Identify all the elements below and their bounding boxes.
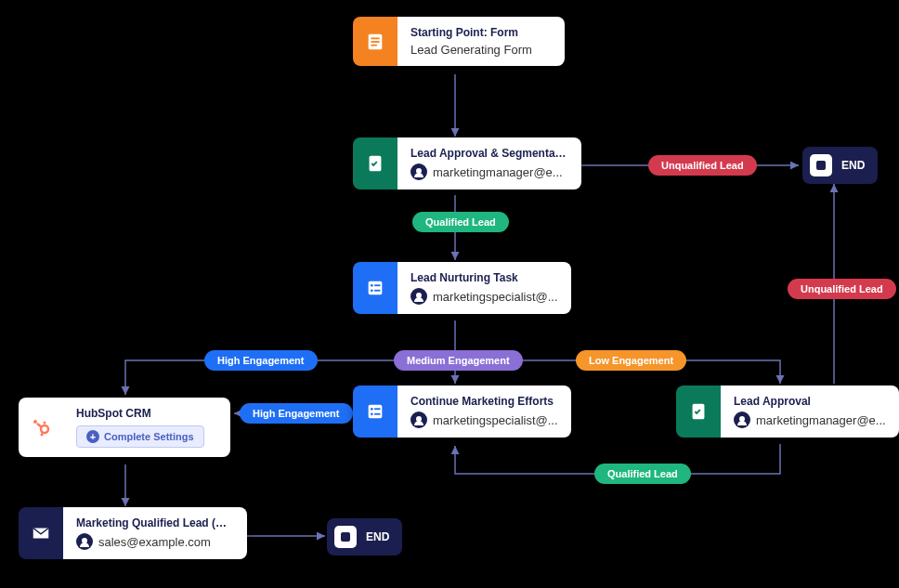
svg-point-6 <box>371 284 373 287</box>
approval-icon <box>353 137 397 189</box>
node-assignee: marketingmanager@e... <box>734 412 886 428</box>
task-icon <box>353 385 397 438</box>
svg-point-10 <box>33 420 37 424</box>
pill-qualified-lead: Qualified Lead <box>412 212 509 232</box>
avatar-icon <box>410 412 427 428</box>
stop-icon <box>810 154 832 176</box>
svg-line-12 <box>37 424 42 427</box>
approval-icon <box>676 385 721 438</box>
form-icon <box>353 17 397 66</box>
node-assignee: marketingspecialist@... <box>410 288 558 305</box>
mail-icon <box>19 507 63 559</box>
svg-point-13 <box>44 422 46 425</box>
node-end[interactable]: END <box>327 518 402 555</box>
node-lead-approval[interactable]: Lead Approval marketingmanager@e... <box>676 385 899 438</box>
svg-line-16 <box>43 432 44 434</box>
pill-high-engagement: High Engagement <box>204 350 318 371</box>
node-title: Marketing Qualified Lead (M... <box>76 516 234 529</box>
end-label: END <box>366 530 389 543</box>
task-icon <box>353 262 397 314</box>
svg-rect-7 <box>374 284 380 286</box>
node-lead-approval-segmentation[interactable]: Lead Approval & Segmentati... marketingm… <box>353 137 581 189</box>
pill-medium-engagement: Medium Engagement <box>394 350 523 371</box>
svg-rect-2 <box>371 41 379 43</box>
avatar-icon <box>734 412 750 428</box>
hubspot-icon <box>19 398 63 457</box>
node-hubspot-crm[interactable]: HubSpot CRM +Complete Settings <box>19 398 230 457</box>
svg-point-18 <box>371 408 373 411</box>
node-assignee: sales@example.com <box>76 533 234 550</box>
end-label: END <box>841 159 865 172</box>
node-title: Lead Approval & Segmentati... <box>410 147 568 160</box>
node-mql[interactable]: Marketing Qualified Lead (M... sales@exa… <box>19 507 247 559</box>
svg-point-8 <box>371 289 373 292</box>
svg-rect-3 <box>371 44 376 46</box>
svg-rect-17 <box>369 405 383 419</box>
svg-point-20 <box>371 412 373 415</box>
node-title: Lead Nurturing Task <box>410 271 558 284</box>
node-title: HubSpot CRM <box>76 407 217 420</box>
node-title: Starting Point: Form <box>410 26 552 39</box>
node-starting-point[interactable]: Starting Point: Form Lead Generating For… <box>353 17 565 66</box>
plus-icon: + <box>86 430 99 443</box>
node-assignee: marketingmanager@e... <box>410 163 568 180</box>
pill-low-engagement: Low Engagement <box>576 350 686 371</box>
node-assignee: marketingspecialist@... <box>410 412 558 428</box>
svg-rect-9 <box>374 290 380 292</box>
svg-rect-1 <box>371 37 379 39</box>
node-title: Lead Approval <box>734 395 886 408</box>
node-end[interactable]: END <box>802 147 878 184</box>
node-subtitle: Lead Generating Form <box>410 43 552 57</box>
pill-qualified-lead: Qualified Lead <box>594 464 691 484</box>
avatar-icon <box>410 288 427 305</box>
pill-high-engagement: High Engagement <box>240 403 353 424</box>
svg-rect-5 <box>369 281 383 295</box>
avatar-icon <box>76 533 93 550</box>
node-lead-nurturing[interactable]: Lead Nurturing Task marketingspecialist@… <box>353 262 571 314</box>
node-continue-marketing[interactable]: Continue Marketing Efforts marketingspec… <box>353 385 571 438</box>
stop-icon <box>334 526 357 548</box>
pill-unqualified-lead: Unqualified Lead <box>788 279 896 299</box>
avatar-icon <box>410 163 427 180</box>
pill-unqualified-lead: Unqualified Lead <box>648 155 757 176</box>
node-title: Continue Marketing Efforts <box>410 395 558 408</box>
complete-settings-button[interactable]: +Complete Settings <box>76 425 204 448</box>
svg-rect-21 <box>374 413 380 415</box>
svg-rect-19 <box>374 408 380 410</box>
